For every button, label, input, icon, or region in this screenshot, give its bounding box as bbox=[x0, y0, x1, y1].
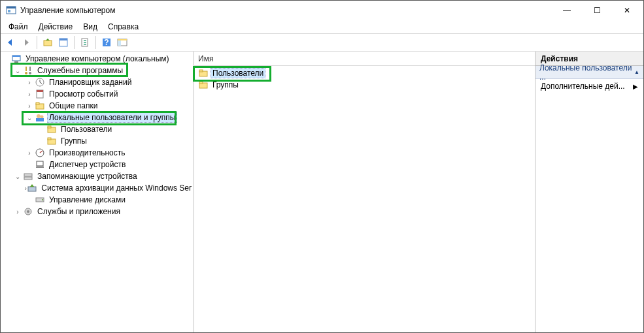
services-icon bbox=[23, 206, 33, 217]
svg-rect-14 bbox=[14, 61, 18, 63]
svg-rect-21 bbox=[36, 103, 39, 104]
svg-rect-40 bbox=[199, 70, 203, 72]
expand-toggle[interactable]: ⌄ bbox=[24, 114, 35, 121]
separator bbox=[74, 36, 75, 49]
list-header-name[interactable]: Имя bbox=[194, 52, 535, 66]
tree-label: Диспетчер устройств bbox=[47, 159, 127, 170]
actions-section[interactable]: Локальные пользователи ... ▲ bbox=[535, 66, 643, 79]
collapse-icon: ▲ bbox=[634, 69, 639, 75]
list-item-label: Группы bbox=[211, 80, 241, 90]
shared-folder-icon bbox=[35, 101, 45, 111]
tree-shared-folders[interactable]: › Общие папки bbox=[24, 100, 194, 112]
tree-root[interactable]: ▶ Управление компьютером (локальным) bbox=[1, 53, 194, 65]
forward-button[interactable] bbox=[19, 35, 33, 50]
menu-action[interactable]: Действие bbox=[33, 21, 78, 33]
svg-rect-11 bbox=[118, 39, 127, 40]
list-item-label: Пользователи bbox=[211, 68, 265, 78]
toolbar: ? bbox=[1, 33, 643, 52]
expand-toggle[interactable]: › bbox=[24, 91, 35, 98]
actions-more[interactable]: Дополнительные дей... ▶ bbox=[535, 79, 643, 93]
help-button[interactable]: ? bbox=[99, 35, 114, 50]
svg-point-15 bbox=[25, 72, 27, 74]
app-icon bbox=[6, 5, 16, 16]
tree-users[interactable]: › Пользователи bbox=[36, 123, 194, 135]
svg-rect-5 bbox=[59, 39, 67, 40]
main-content: ▶ Управление компьютером (локальным) ⌄ С… bbox=[1, 52, 643, 332]
tree-services-applications[interactable]: › Службы и приложения bbox=[12, 206, 194, 217]
list-pane: Имя Пользователи Группы bbox=[194, 52, 535, 332]
window-title: Управление компьютером bbox=[20, 6, 552, 15]
tree-label: Планировщик заданий bbox=[47, 77, 133, 87]
menu-help[interactable]: Справка bbox=[103, 21, 144, 33]
tree-label: Производительность bbox=[47, 148, 127, 158]
separator bbox=[95, 36, 96, 49]
tree-label: Служебные программы bbox=[35, 65, 125, 76]
users-groups-icon bbox=[35, 112, 45, 123]
svg-rect-24 bbox=[36, 118, 44, 121]
menu-view[interactable]: Вид bbox=[78, 21, 103, 33]
tree-groups[interactable]: › Группы bbox=[36, 135, 194, 147]
svg-point-22 bbox=[37, 114, 41, 118]
tree-label: Пользователи bbox=[59, 124, 114, 135]
svg-rect-13 bbox=[12, 56, 20, 57]
chevron-right-icon: ▶ bbox=[633, 83, 638, 90]
folder-icon bbox=[198, 68, 209, 78]
tree-label: Службы и приложения bbox=[35, 206, 122, 217]
tree-pane: ▶ Управление компьютером (локальным) ⌄ С… bbox=[1, 52, 194, 332]
tree-task-scheduler[interactable]: › Планировщик заданий bbox=[24, 76, 194, 88]
back-button[interactable] bbox=[3, 35, 18, 50]
list-item-groups[interactable]: Группы bbox=[197, 79, 532, 91]
tree-performance[interactable]: › Производительность bbox=[24, 147, 194, 159]
svg-text:?: ? bbox=[104, 38, 109, 47]
svg-rect-42 bbox=[199, 82, 203, 84]
tree-label: Группы bbox=[59, 136, 89, 146]
minimize-button[interactable]: — bbox=[552, 1, 582, 20]
svg-point-16 bbox=[29, 72, 31, 74]
folder-icon bbox=[46, 136, 57, 146]
title-bar: Управление компьютером — ☐ ✕ bbox=[1, 1, 643, 20]
clock-icon bbox=[35, 77, 45, 87]
show-hide-button[interactable] bbox=[115, 35, 129, 50]
tree-device-manager[interactable]: › Диспетчер устройств bbox=[24, 159, 194, 170]
tree-label: Запоминающие устройства bbox=[35, 171, 139, 182]
expand-toggle[interactable]: ⌄ bbox=[12, 173, 23, 180]
svg-rect-30 bbox=[37, 161, 43, 166]
tree-windows-backup[interactable]: › Система архивации данных Windows Ser bbox=[24, 182, 194, 194]
svg-rect-33 bbox=[24, 177, 32, 180]
svg-rect-3 bbox=[44, 40, 52, 46]
svg-rect-31 bbox=[36, 166, 44, 168]
computer-icon bbox=[11, 54, 22, 64]
expand-toggle[interactable]: › bbox=[24, 103, 35, 110]
close-button[interactable]: ✕ bbox=[612, 1, 642, 20]
menu-bar: Файл Действие Вид Справка bbox=[1, 20, 643, 33]
backup-icon bbox=[27, 183, 37, 193]
refresh-button[interactable] bbox=[78, 35, 92, 50]
maximize-button[interactable]: ☐ bbox=[582, 1, 612, 20]
list-body: Пользователи Группы bbox=[194, 66, 535, 332]
tree-storage[interactable]: ⌄ Запоминающие устройства bbox=[12, 170, 194, 182]
tree-root-label: Управление компьютером (локальным) bbox=[24, 54, 171, 64]
expand-toggle[interactable]: › bbox=[24, 79, 35, 86]
properties-button[interactable] bbox=[56, 35, 71, 50]
tools-icon bbox=[23, 65, 33, 76]
svg-rect-32 bbox=[24, 174, 32, 176]
window-buttons: — ☐ ✕ bbox=[552, 1, 642, 20]
tree-label: Локальные пользователи и группы bbox=[47, 112, 177, 123]
list-item-users[interactable]: Пользователи bbox=[197, 67, 532, 79]
tree-event-viewer[interactable]: › Просмотр событий bbox=[24, 88, 194, 100]
svg-rect-26 bbox=[48, 126, 51, 128]
menu-file[interactable]: Файл bbox=[3, 21, 33, 33]
tree-disk-management[interactable]: › Управление дисками bbox=[24, 194, 194, 206]
expand-toggle[interactable]: ⌄ bbox=[12, 67, 23, 74]
svg-rect-28 bbox=[48, 138, 51, 140]
expand-toggle[interactable]: › bbox=[12, 208, 23, 215]
expand-toggle[interactable]: › bbox=[24, 150, 35, 157]
svg-point-23 bbox=[41, 116, 44, 119]
up-button[interactable] bbox=[41, 35, 55, 50]
tree-local-users-groups[interactable]: ⌄ Локальные пользователи и группы bbox=[24, 112, 194, 123]
svg-rect-19 bbox=[37, 90, 43, 92]
disk-icon bbox=[35, 195, 45, 205]
tree-system-tools[interactable]: ⌄ Служебные программы bbox=[12, 65, 194, 76]
tree-label: Управление дисками bbox=[47, 195, 127, 205]
tree-label: Общие папки bbox=[47, 101, 99, 111]
